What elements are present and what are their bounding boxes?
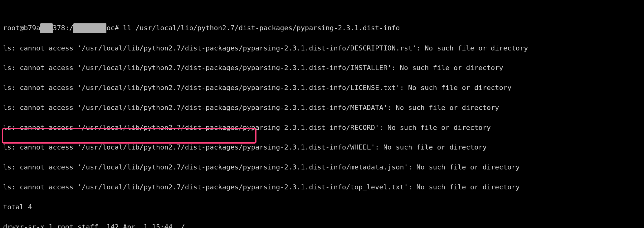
prompt-user-host: root@b79a: [3, 24, 40, 32]
prompt-path-tail: oc#: [106, 24, 119, 32]
ls-error-line: ls: cannot access '/usr/local/lib/python…: [3, 162, 641, 172]
terminal-output[interactable]: root@b79a███378:/█████ ██oc# ll /usr/loc…: [0, 0, 644, 228]
redacted-segment: █████ ██: [73, 23, 106, 33]
ls-error-line: ls: cannot access '/usr/local/lib/python…: [3, 182, 641, 192]
ls-error-line: ls: cannot access '/usr/local/lib/python…: [3, 43, 641, 53]
ls-error-line: ls: cannot access '/usr/local/lib/python…: [3, 123, 641, 133]
ls-error-line: ls: cannot access '/usr/local/lib/python…: [3, 103, 641, 113]
dir-listing-line: drwxr-sr-x 1 root staff 142 Apr 1 15:44 …: [3, 222, 641, 228]
prompt-host-tail: 378:/: [53, 24, 73, 32]
total-line: total 4: [3, 202, 641, 212]
ls-error-line: ls: cannot access '/usr/local/lib/python…: [3, 142, 641, 152]
ls-error-line: ls: cannot access '/usr/local/lib/python…: [3, 83, 641, 93]
command-text: ll /usr/local/lib/python2.7/dist-package…: [119, 24, 400, 32]
redacted-segment: ███: [40, 23, 53, 33]
prompt-line-1: root@b79a███378:/█████ ██oc# ll /usr/loc…: [3, 23, 641, 33]
ls-error-line: ls: cannot access '/usr/local/lib/python…: [3, 63, 641, 73]
